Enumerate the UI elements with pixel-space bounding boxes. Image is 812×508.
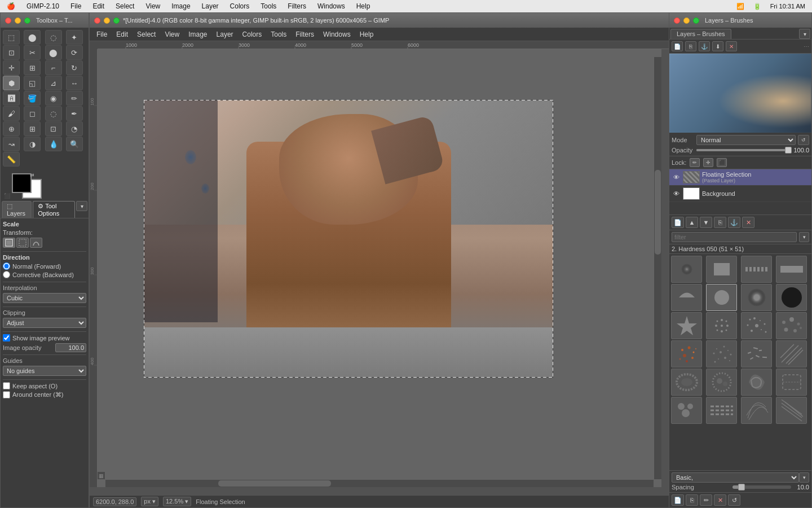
layer-item-background[interactable]: 👁 Background xyxy=(669,186,811,202)
show-preview-checkbox[interactable] xyxy=(3,334,10,341)
horizontal-scroll-thumb[interactable] xyxy=(218,480,331,487)
merge-layer-btn[interactable]: ⬇ xyxy=(712,41,723,51)
brush-star[interactable] xyxy=(671,312,702,339)
gimp-edit-menu[interactable]: Edit xyxy=(112,29,133,40)
main-close-button[interactable] xyxy=(94,17,100,24)
brush-hard-round-lg[interactable] xyxy=(776,284,807,311)
brush-dotted-cross[interactable] xyxy=(706,312,737,339)
reset-colors-icon[interactable]: ⬛ xyxy=(4,193,10,199)
gimp-tools-menu[interactable]: Tools xyxy=(266,29,291,40)
layers-brushes-tab[interactable]: Layers – Brushes xyxy=(670,29,731,39)
gimp-file-menu[interactable]: File xyxy=(92,29,112,40)
swap-colors-icon[interactable]: ⇄ xyxy=(30,172,34,178)
transform-selection-btn[interactable] xyxy=(16,238,29,248)
tool-shear[interactable]: ◱ xyxy=(24,76,41,90)
layer-visibility-floating[interactable]: 👁 xyxy=(672,173,681,182)
tool-perspective[interactable]: ⊿ xyxy=(45,76,62,90)
tool-by-color-select[interactable]: ⊡ xyxy=(3,45,20,60)
mode-select[interactable]: Normal Dissolve Multiply Screen xyxy=(696,135,796,145)
brush-grunge2[interactable] xyxy=(706,369,737,396)
tool-ellipse-select[interactable]: ⬤ xyxy=(24,30,41,45)
layer-new-btn[interactable]: 📄 xyxy=(672,217,684,228)
gimp-layer-menu[interactable]: Layer xyxy=(212,29,238,40)
zoom-selector[interactable]: 12.5% ▾ xyxy=(163,497,191,506)
view-menu[interactable]: View xyxy=(143,2,162,10)
layer-visibility-background[interactable]: 👁 xyxy=(672,189,681,198)
around-center-checkbox[interactable] xyxy=(3,391,10,398)
brush-edit-btn[interactable]: ✏ xyxy=(700,494,712,506)
tool-paths[interactable]: ⟳ xyxy=(66,45,83,60)
guides-select[interactable]: No guides Center lines Rule of thirds xyxy=(3,366,86,376)
brush-grunge4[interactable] xyxy=(776,369,807,396)
brush-hatch[interactable] xyxy=(776,340,807,367)
tool-flip[interactable]: ↔ xyxy=(66,76,83,90)
tool-perspective-clone[interactable]: ⊡ xyxy=(45,121,62,136)
interpolation-select[interactable]: Cubic Linear None NoHalo LoHalo xyxy=(3,293,86,303)
vertical-scrollbar[interactable] xyxy=(654,57,661,479)
tool-rotate[interactable]: ↻ xyxy=(66,60,83,75)
layers-more-icon[interactable]: ⋯ xyxy=(804,43,809,50)
brush-dashes[interactable] xyxy=(706,397,737,424)
gimp-image-menu[interactable]: Image xyxy=(184,29,211,40)
brush-new-btn[interactable]: 📄 xyxy=(672,494,684,506)
main-minimize-button[interactable] xyxy=(104,17,110,24)
around-center-section[interactable]: Around center (⌘) xyxy=(3,391,86,398)
tool-align[interactable]: ⊞ xyxy=(24,60,41,75)
close-button[interactable] xyxy=(5,17,11,24)
brush-sketch2[interactable] xyxy=(776,397,807,424)
maximize-button[interactable] xyxy=(24,17,30,24)
tool-text[interactable]: 🅰 xyxy=(3,91,20,106)
tool-zoom[interactable]: 🔍 xyxy=(66,137,83,151)
lock-position-btn[interactable]: ✛ xyxy=(703,158,713,167)
basic-presets-select[interactable]: Basic, xyxy=(672,472,799,483)
layer-menu[interactable]: Layer xyxy=(200,2,221,10)
layers-minimize-button[interactable] xyxy=(683,17,690,24)
image-menu[interactable]: Image xyxy=(169,2,192,10)
direction-corrective-option[interactable]: Corrective (Backward) xyxy=(3,271,86,278)
tools-menu[interactable]: Tools xyxy=(258,2,279,10)
layers-close-button[interactable] xyxy=(674,17,680,24)
basic-dropdown-btn[interactable]: ▾ xyxy=(799,472,809,483)
tool-airbrush[interactable]: ◌ xyxy=(45,106,62,121)
foreground-color-swatch[interactable] xyxy=(12,173,32,193)
canvas-scroll[interactable]: ▦ xyxy=(98,49,661,487)
tool-ink[interactable]: ✒ xyxy=(66,106,83,121)
tool-foreground-select[interactable]: ⬤ xyxy=(45,45,62,60)
brush-spray1[interactable] xyxy=(671,340,702,367)
keep-aspect-checkbox[interactable] xyxy=(3,382,10,389)
brush-delete-btn[interactable]: ✕ xyxy=(714,494,726,506)
brush-grunge1[interactable] xyxy=(671,369,702,396)
spacing-slider[interactable] xyxy=(732,485,791,489)
brush-refresh-btn[interactable]: ↺ xyxy=(728,494,740,506)
direction-corrective-radio[interactable] xyxy=(3,271,10,278)
unit-selector[interactable]: px ▾ xyxy=(141,497,158,506)
brush-duplicate-btn[interactable]: ⎘ xyxy=(686,494,698,506)
delete-layer-btn[interactable]: ✕ xyxy=(726,41,737,51)
gimp-colors-menu[interactable]: Colors xyxy=(238,29,267,40)
layer-lower-btn[interactable]: ▼ xyxy=(700,217,712,228)
duplicate-layer-btn[interactable]: ⎘ xyxy=(685,41,696,51)
layer-duplicate-btn[interactable]: ⎘ xyxy=(714,217,726,228)
windows-menu[interactable]: Windows xyxy=(315,2,347,10)
tool-free-select[interactable]: ◌ xyxy=(45,30,62,45)
help-menu[interactable]: Help xyxy=(354,2,373,10)
mode-reset-icon[interactable]: ↺ xyxy=(798,135,809,145)
brush-dotted-scatter[interactable] xyxy=(741,312,772,339)
main-maximize-button[interactable] xyxy=(113,17,120,24)
tab-layers[interactable]: ⬚ Layers xyxy=(2,201,32,218)
tab-tool-options[interactable]: ⚙ Tool Options xyxy=(33,201,75,218)
lock-alpha-btn[interactable]: ⬛ xyxy=(717,158,727,167)
select-menu[interactable]: Select xyxy=(113,2,136,10)
tool-blur[interactable]: ◔ xyxy=(66,121,83,136)
tool-smudge[interactable]: ↝ xyxy=(3,137,20,151)
tool-scale[interactable]: ⬢ xyxy=(3,76,20,90)
tool-color-picker[interactable]: 💧 xyxy=(45,137,62,151)
tool-dodge-burn[interactable]: ◑ xyxy=(24,137,41,151)
gimp-select-menu[interactable]: Select xyxy=(133,29,160,40)
gimp-help-menu[interactable]: Help xyxy=(355,29,378,40)
brush-grunge5[interactable] xyxy=(671,397,702,424)
horizontal-scrollbar[interactable] xyxy=(105,479,654,487)
tool-heal[interactable]: ⊞ xyxy=(24,121,41,136)
image-opacity-input[interactable] xyxy=(55,343,86,352)
transform-layer-btn[interactable] xyxy=(3,238,15,248)
